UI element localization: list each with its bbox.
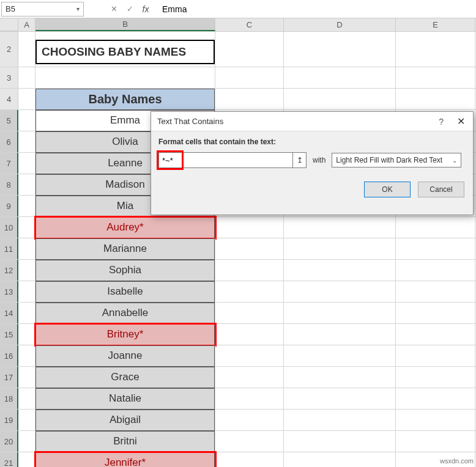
row-head[interactable]: 13 <box>0 281 18 302</box>
cell[interactable]: Natalie <box>35 388 215 409</box>
cell[interactable] <box>215 367 284 388</box>
cell[interactable] <box>18 367 35 388</box>
row-head[interactable]: 7 <box>0 153 18 174</box>
cell[interactable] <box>396 32 475 67</box>
cell[interactable] <box>396 345 475 366</box>
cell[interactable]: Britney* <box>35 324 215 345</box>
cell[interactable] <box>396 410 475 430</box>
cell[interactable] <box>284 238 396 259</box>
cell[interactable] <box>396 388 475 409</box>
cell[interactable] <box>215 260 284 281</box>
cell[interactable] <box>18 238 35 259</box>
cell[interactable]: Annabelle <box>35 303 215 323</box>
cell[interactable] <box>396 238 475 259</box>
data-cell[interactable]: Grace <box>35 367 215 388</box>
row-head[interactable]: 18 <box>0 388 18 409</box>
cell[interactable]: CHOOSING BABY NAMES <box>35 32 215 67</box>
cell[interactable] <box>18 431 35 452</box>
cell[interactable]: Abigail <box>35 410 215 430</box>
cell[interactable]: Sophia <box>35 260 215 281</box>
close-icon[interactable]: ✕ <box>455 116 467 127</box>
row-head[interactable]: 19 <box>0 410 18 430</box>
cell[interactable] <box>18 131 35 152</box>
cell[interactable] <box>18 452 35 467</box>
select-all-corner[interactable] <box>0 18 18 31</box>
data-cell[interactable]: Britney* <box>35 324 215 345</box>
cell[interactable] <box>215 89 284 109</box>
formula-input[interactable] <box>162 4 346 14</box>
col-head-d[interactable]: D <box>284 18 396 31</box>
cell[interactable] <box>18 303 35 323</box>
cell[interactable] <box>18 281 35 302</box>
data-cell[interactable]: Audrey* <box>35 217 215 238</box>
cell[interactable] <box>284 67 396 88</box>
cell[interactable] <box>18 32 35 67</box>
row-head[interactable]: 20 <box>0 431 18 452</box>
cell[interactable] <box>18 324 35 345</box>
cell[interactable]: Joanne <box>35 345 215 366</box>
cell[interactable] <box>284 32 396 67</box>
cell[interactable] <box>284 217 396 238</box>
cell[interactable] <box>215 217 284 238</box>
data-cell[interactable]: Britni <box>35 431 215 452</box>
cell[interactable] <box>396 217 475 238</box>
cell[interactable] <box>284 388 396 409</box>
range-select-icon[interactable]: ↥ <box>293 152 307 168</box>
row-head[interactable]: 15 <box>0 324 18 345</box>
cell[interactable] <box>215 452 284 467</box>
cell[interactable] <box>215 388 284 409</box>
cell[interactable] <box>18 217 35 238</box>
cell[interactable]: Britni <box>35 431 215 452</box>
enter-icon[interactable]: ✓ <box>124 4 135 15</box>
cell[interactable] <box>284 281 396 302</box>
cell[interactable] <box>18 260 35 281</box>
cell[interactable] <box>215 431 284 452</box>
data-cell[interactable]: Sophia <box>35 260 215 281</box>
cell[interactable]: Baby Names <box>35 89 215 109</box>
row-head[interactable]: 10 <box>0 217 18 238</box>
col-head-b[interactable]: B <box>35 18 215 31</box>
cell[interactable] <box>215 238 284 259</box>
row-head[interactable]: 17 <box>0 367 18 388</box>
data-cell[interactable]: Joanne <box>35 345 215 367</box>
row-head[interactable]: 2 <box>0 32 18 67</box>
cell[interactable] <box>18 196 35 216</box>
name-box[interactable]: B5 ▾ <box>1 2 84 17</box>
cell[interactable] <box>284 410 396 430</box>
cell[interactable]: Isabelle <box>35 281 215 302</box>
cell[interactable] <box>215 324 284 345</box>
row-head[interactable]: 16 <box>0 345 18 366</box>
cell[interactable] <box>396 260 475 281</box>
cell[interactable] <box>396 281 475 302</box>
cell[interactable] <box>215 67 284 88</box>
col-head-c[interactable]: C <box>215 18 284 31</box>
cell[interactable] <box>18 153 35 174</box>
cell[interactable] <box>396 303 475 323</box>
row-head[interactable]: 5 <box>0 110 18 131</box>
cell[interactable] <box>215 303 284 323</box>
row-head[interactable]: 3 <box>0 67 18 88</box>
cell[interactable] <box>284 345 396 366</box>
cell[interactable] <box>18 89 35 109</box>
col-head-a[interactable]: A <box>18 18 35 31</box>
cell[interactable] <box>396 367 475 388</box>
cell[interactable]: Grace <box>35 367 215 388</box>
cancel-icon[interactable]: ✕ <box>108 4 119 15</box>
row-head[interactable]: 4 <box>0 89 18 109</box>
help-icon[interactable]: ? <box>439 117 444 127</box>
row-head[interactable]: 21 <box>0 452 18 467</box>
row-head[interactable]: 9 <box>0 196 18 216</box>
data-cell[interactable]: Annabelle <box>35 303 215 324</box>
cell[interactable]: Audrey* <box>35 217 215 238</box>
cell[interactable] <box>215 32 284 67</box>
cell[interactable] <box>396 89 475 109</box>
row-head[interactable]: 12 <box>0 260 18 281</box>
cell[interactable] <box>18 174 35 195</box>
data-cell[interactable]: Jennifer* <box>35 452 215 468</box>
cell[interactable] <box>396 67 475 88</box>
cell[interactable] <box>18 67 35 88</box>
criteria-input[interactable] <box>158 152 293 168</box>
dialog-titlebar[interactable]: Text That Contains ? ✕ <box>151 112 473 131</box>
format-select[interactable]: Light Red Fill with Dark Red Text ⌄ <box>332 153 461 167</box>
cell[interactable] <box>18 410 35 430</box>
